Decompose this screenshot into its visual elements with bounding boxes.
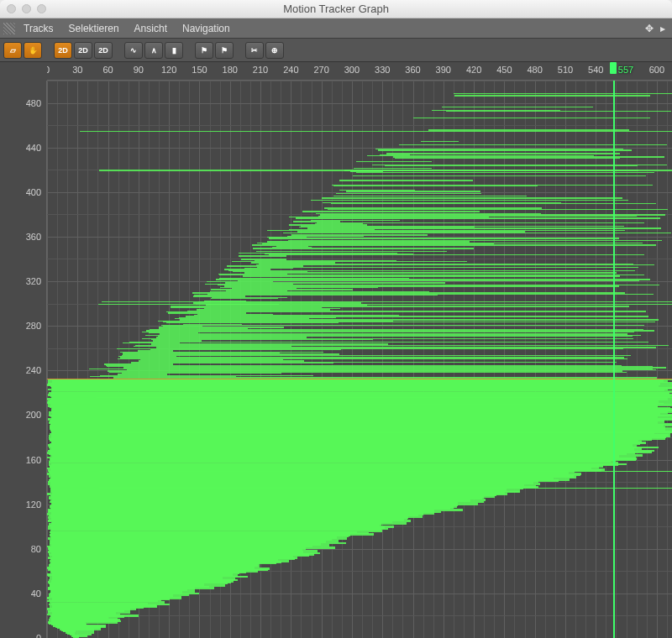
grid-v-minor: [342, 81, 343, 638]
track-bar: [252, 244, 656, 245]
flag-edit-button[interactable]: ⚑: [215, 42, 234, 59]
track-bar: [127, 369, 656, 370]
2d-mode-b-button[interactable]: 2D: [74, 42, 92, 59]
track-bar: [100, 375, 313, 376]
track-bar: [211, 298, 278, 299]
grid-h-minor: [47, 81, 672, 81]
track-bar: [232, 288, 296, 289]
track-bar: [194, 295, 438, 295]
y-tick: 80: [31, 544, 41, 554]
track-bar: [454, 93, 671, 94]
graph-panel: 0306090120150180210240270300330360390420…: [0, 62, 672, 638]
record-tracks-button[interactable]: ▱: [3, 42, 22, 59]
close-icon[interactable]: [7, 4, 16, 13]
track-bar: [395, 158, 620, 159]
track-bar: [356, 161, 432, 162]
track-bar: [194, 315, 399, 316]
curve-spike-button[interactable]: ∧: [144, 42, 163, 59]
track-bar: [239, 253, 398, 254]
menu-selektieren[interactable]: Selektieren: [69, 23, 119, 34]
x-tick: 450: [496, 65, 512, 75]
graph-area[interactable]: [47, 81, 672, 638]
track-bar: [367, 155, 594, 156]
marker-line: [47, 379, 672, 379]
track-bar: [257, 267, 638, 268]
2d-mode-c-button[interactable]: 2D: [94, 42, 113, 59]
track-bar: [80, 131, 672, 132]
overflow-icon[interactable]: ▸: [660, 23, 665, 34]
track-bar: [224, 285, 619, 286]
track-bar: [131, 363, 334, 363]
flag-add-button[interactable]: ⚑: [195, 42, 213, 59]
menu-ansicht[interactable]: Ansicht: [134, 23, 167, 34]
track-bar: [159, 327, 284, 327]
minimize-icon[interactable]: [22, 4, 31, 13]
track-bar: [129, 342, 648, 343]
track-bar: [142, 338, 634, 339]
y-tick: 400: [26, 187, 41, 197]
track-bar: [216, 279, 650, 280]
track-bar: [206, 305, 367, 306]
track-bar: [393, 156, 664, 157]
playhead-handle[interactable]: [610, 62, 617, 74]
window-title: Motion Tracker Graph: [0, 3, 672, 15]
track-bar: [107, 366, 653, 367]
y-ruler[interactable]: 04080120160200240280320360400440480: [0, 81, 47, 638]
track-bar: [269, 254, 644, 255]
track-bar: [180, 319, 659, 320]
x-tick: 90: [134, 65, 144, 75]
x-tick: 240: [283, 65, 298, 75]
track-bar: [145, 335, 640, 336]
track-bar: [146, 330, 654, 331]
track-bar: [219, 275, 643, 275]
x-tick: 60: [102, 65, 113, 75]
track-bar: [153, 340, 202, 341]
track-bar: [296, 217, 659, 218]
track-bar: [118, 374, 167, 374]
2d-mode-a-button[interactable]: 2D: [54, 42, 72, 59]
playhead[interactable]: [613, 81, 615, 638]
track-bar: [239, 255, 286, 256]
y-tick: 160: [26, 455, 41, 465]
track-bar: [257, 243, 643, 243]
curve-smooth-button[interactable]: ∿: [124, 42, 143, 59]
track-bar: [446, 111, 671, 112]
track-bar: [89, 369, 652, 369]
track-bar: [149, 332, 198, 333]
track-bar: [187, 311, 646, 311]
y-tick: 480: [26, 98, 41, 108]
menu-navigation[interactable]: Navigation: [182, 23, 230, 34]
x-tick: 600: [649, 65, 664, 75]
track-bar: [262, 243, 494, 244]
track-bar: [226, 290, 287, 291]
snap-icon[interactable]: ✥: [645, 23, 654, 34]
track-bar: [375, 149, 623, 149]
x-tick: 420: [466, 65, 481, 75]
cut-tool-button[interactable]: ✂: [245, 42, 264, 59]
grid-h-minor: [47, 615, 672, 616]
curve-track-button[interactable]: ▮: [165, 42, 183, 59]
hand-tool-button[interactable]: ✋: [24, 42, 42, 59]
track-bar: [253, 248, 474, 248]
titlebar: Motion Tracker Graph: [0, 0, 672, 18]
join-tool-button[interactable]: ⊕: [265, 42, 284, 59]
x-ruler[interactable]: 0306090120150180210240270300330360390420…: [47, 62, 672, 81]
track-bar: [163, 322, 655, 322]
x-tick: 150: [192, 65, 207, 75]
zoom-icon[interactable]: [37, 4, 46, 13]
y-tick: 200: [26, 410, 41, 420]
track-bar: [224, 269, 270, 269]
track-bar: [323, 202, 561, 203]
menu-tracks[interactable]: Tracks: [24, 23, 54, 34]
track-bar: [123, 353, 339, 354]
track-bar: [99, 488, 672, 489]
track-bar: [297, 231, 525, 232]
y-tick: 120: [26, 499, 41, 510]
track-bar: [267, 237, 307, 238]
x-tick: 180: [223, 65, 238, 75]
y-tick: 0: [36, 633, 41, 638]
track-bar: [350, 171, 383, 172]
track-bar: [106, 365, 622, 366]
track-bar: [315, 223, 363, 224]
y-tick: 440: [26, 143, 41, 153]
